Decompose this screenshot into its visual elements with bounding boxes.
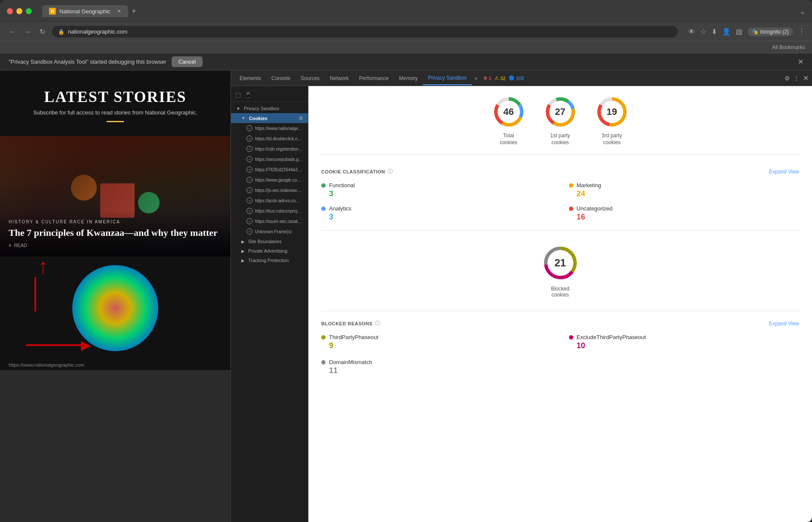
sidebar-url-9[interactable]: ○ https://eus.rubiconproje... — [231, 206, 308, 216]
info-count[interactable]: 🔵 205 — [509, 75, 524, 81]
menu-icon[interactable]: ⋮ — [798, 28, 805, 36]
devtools: Elements Console Sources Network Perform… — [231, 71, 812, 522]
private-advertising-arrow: ▶ — [241, 249, 245, 253]
reason-exclude-third-party: ExcludeThirdPartyPhaseout 10 — [569, 334, 800, 350]
cancel-debug-button[interactable]: Cancel — [172, 56, 203, 67]
page-icon-4: ○ — [246, 156, 252, 162]
sidebar-item-tracking-protection[interactable]: ▶ Tracking Protection — [231, 256, 308, 265]
sidebar-url-7[interactable]: ○ https://js-sec.indexww.c... — [231, 185, 308, 195]
address-bar[interactable]: 🔒 nationalgeographic.com — [52, 26, 678, 37]
sidebar-url-1[interactable]: ○ https://www.nationalge... — [231, 123, 308, 133]
window-chevron-icon[interactable]: ⌄ — [800, 7, 805, 15]
subtitle-text: for full access to read stories from Nat… — [59, 109, 197, 116]
devtools-sidebar: ⬚ 📱 ▼ Privacy Sandbox ▼ Cookies ⊞ ○ h — [231, 86, 308, 522]
incognito-icon: 🎭 — [752, 29, 758, 35]
website-container: LATEST STORIES Subscribe for full access… — [0, 71, 231, 522]
blocked-reasons-info-icon[interactable]: ⓘ — [375, 320, 380, 327]
tab-console[interactable]: Console — [266, 72, 295, 85]
reason-third-party-phaseout: ThirdPartyPhaseout 9 — [321, 334, 552, 350]
blocked-expand-button[interactable]: Expand View — [769, 321, 799, 327]
sidebar-url-10[interactable]: ○ https://ssum-sec.casale... — [231, 216, 308, 226]
sidebar-url-8[interactable]: ○ https://acdn.adnxs.com... — [231, 195, 308, 206]
url-label-8: https://acdn.adnxs.com... — [255, 198, 303, 203]
forward-button[interactable]: → — [22, 26, 33, 37]
site-boundaries-arrow: ▶ — [241, 239, 245, 244]
expand-arrow-icon: ▼ — [236, 106, 240, 111]
page-icon-5: ○ — [246, 167, 252, 173]
exclude-third-party-dot — [569, 335, 573, 340]
total-donut-container: 46 — [492, 95, 526, 129]
close-debug-icon[interactable]: ✕ — [798, 58, 803, 66]
sidebar-unknown-frames[interactable]: ○ Unknown Frame(s) — [231, 226, 308, 237]
bookmark-icon[interactable]: ☆ — [700, 28, 706, 36]
error-count[interactable]: ⊗ 3 — [483, 75, 491, 81]
uncategorized-count: 16 — [569, 213, 800, 222]
tab-close-icon[interactable]: ✕ — [117, 8, 121, 14]
settings-icon[interactable]: ⚙ — [784, 75, 790, 82]
all-bookmarks-label[interactable]: All Bookmarks — [772, 44, 805, 50]
bookmarks-bar: All Bookmarks — [0, 41, 812, 53]
devtools-close-icon[interactable]: ✕ — [803, 74, 809, 82]
back-button[interactable]: ← — [7, 26, 17, 37]
sidebar-url-4[interactable]: ○ https://securepubads.g... — [231, 154, 308, 164]
warning-count[interactable]: ⚠ 32 — [495, 75, 505, 81]
page-icon-9: ○ — [246, 208, 252, 214]
cookies-action-icon[interactable]: ⊞ — [299, 115, 303, 121]
sidebar-item-cookies[interactable]: ▼ Cookies ⊞ — [231, 113, 308, 123]
classification-info-icon[interactable]: ⓘ — [388, 168, 393, 175]
new-tab-button[interactable]: + — [132, 7, 136, 16]
classification-marketing: Marketing 24 — [569, 182, 800, 198]
subscribe-link[interactable]: Subscribe — [33, 109, 58, 116]
traffic-lights — [7, 8, 32, 14]
devtools-main-panel: 46 Total cookies — [308, 86, 812, 522]
tab-memory[interactable]: Memory — [394, 72, 423, 85]
lock-icon: 🔒 — [58, 29, 65, 35]
sidebar-toggle[interactable]: ▤ — [736, 28, 742, 36]
tab-privacy-sandbox[interactable]: Privacy Sandbox — [423, 71, 472, 85]
blocked-reasons-header: BLOCKED REASONS ⓘ Expand View — [321, 320, 799, 327]
sidebar-url-2[interactable]: ○ https://td.doubleclick.ne... — [231, 133, 308, 144]
total-count: 46 — [503, 106, 514, 117]
url-label-7: https://js-sec.indexww.c... — [255, 188, 303, 193]
sidebar-item-private-advertising[interactable]: ▶ Private Advertising — [231, 246, 308, 256]
classification-title: COOKIE CLASSIFICATION — [321, 169, 385, 174]
active-tab[interactable]: N National Geographic ✕ — [42, 5, 128, 17]
extension-icon[interactable]: 👁 — [688, 28, 695, 36]
sidebar-item-privacy-sandbox[interactable]: ▼ Privacy Sandbox — [231, 104, 308, 113]
functional-count: 3 — [321, 189, 552, 198]
more-tabs-button[interactable]: » — [472, 72, 480, 85]
close-button[interactable] — [7, 8, 13, 14]
third-party-cookies-stat: 19 3rd party cookies — [595, 95, 629, 146]
site-title: LATEST STORIES — [9, 88, 222, 106]
reload-button[interactable]: ↻ — [38, 26, 47, 37]
minimize-button[interactable] — [16, 8, 22, 14]
blocked-title: Blocked cookies — [551, 286, 569, 298]
blocked-reasons-section: BLOCKED REASONS ⓘ Expand View ThirdParty… — [321, 311, 799, 375]
tracking-protection-label: Tracking Protection — [248, 258, 289, 263]
tab-sources[interactable]: Sources — [295, 72, 325, 85]
total-cookies-stat: 46 Total cookies — [492, 95, 526, 146]
device-icon[interactable]: 📱 — [244, 91, 252, 98]
warning-icon: ⚠ — [495, 75, 499, 81]
site-subtitle: Subscribe for full access to read storie… — [9, 109, 222, 116]
tab-performance[interactable]: Performance — [354, 72, 394, 85]
maximize-button[interactable] — [26, 8, 32, 14]
classification-expand-button[interactable]: Expand View — [769, 169, 799, 175]
private-advertising-label: Private Advertising — [248, 248, 287, 253]
tab-elements[interactable]: Elements — [234, 72, 266, 85]
url-label-2: https://td.doubleclick.ne... — [255, 136, 303, 141]
sidebar-url-6[interactable]: ○ https://www.google.com... — [231, 175, 308, 185]
devtools-menu-icon[interactable]: ⋮ — [794, 75, 800, 82]
sidebar-url-3[interactable]: ○ https://cdn.registerdisne... — [231, 144, 308, 154]
reason-domain-mismatch: DomainMismatch 11 — [321, 359, 552, 375]
inspect-icon[interactable]: ⬚ — [235, 91, 241, 98]
profile-icon[interactable]: 👤 — [722, 28, 731, 36]
sidebar-url-5[interactable]: ○ https://742fcd22644a3c... — [231, 164, 308, 175]
download-icon[interactable]: ⬇ — [711, 28, 717, 36]
tab-network[interactable]: Network — [325, 72, 354, 85]
browser-window: N National Geographic ✕ + ⌄ ← → ↻ 🔒 nati… — [0, 0, 812, 522]
sidebar-item-site-boundaries[interactable]: ▶ Site Boundaries — [231, 237, 308, 246]
functional-dot — [321, 183, 326, 188]
third-party-phaseout-dot — [321, 335, 326, 340]
analytics-dot — [321, 207, 326, 211]
